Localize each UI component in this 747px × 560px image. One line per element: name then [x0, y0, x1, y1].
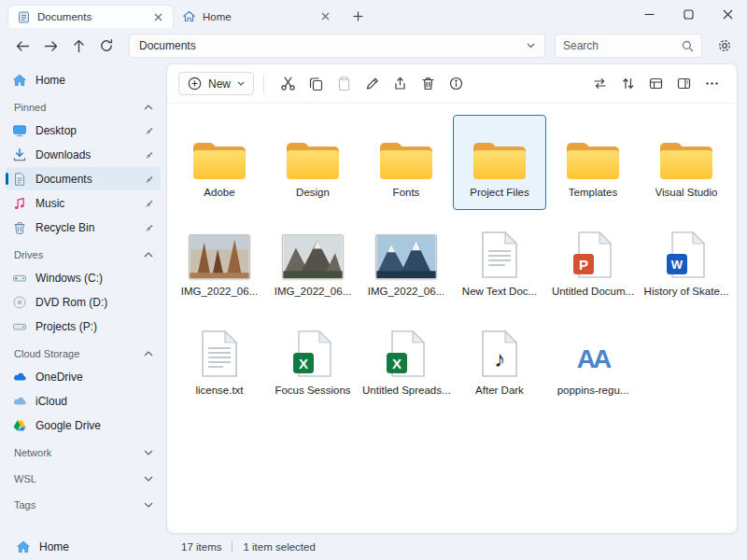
chevron-down-icon[interactable] [144, 502, 153, 508]
copy-icon[interactable] [302, 70, 330, 98]
sidebar-item-home-bottom[interactable]: Home [9, 536, 157, 558]
chevron-down-icon[interactable] [144, 476, 153, 482]
minimize-button[interactable] [629, 0, 669, 28]
file-name: Design [296, 187, 330, 198]
pin-icon [144, 125, 154, 135]
file-name: Visual Studio [655, 187, 718, 198]
file-item[interactable]: Design [266, 115, 359, 210]
close-button[interactable] [708, 0, 747, 28]
file-item[interactable]: IMG_2022_06... [266, 214, 359, 309]
close-tab-icon[interactable] [150, 9, 165, 24]
file-item-selected[interactable]: Project Files [453, 115, 546, 210]
file-name: Project Files [470, 187, 529, 198]
sort-icon[interactable] [613, 70, 641, 98]
documents-icon [12, 172, 27, 187]
maximize-button[interactable] [669, 0, 708, 28]
sidebar-item-dvd-d[interactable]: DVD Rom (D:) [6, 290, 161, 314]
image-thumbnail-icon [189, 221, 250, 279]
file-item[interactable]: AA poppins-regu... [546, 313, 640, 408]
sync-icon[interactable] [585, 70, 613, 98]
file-name: IMG_2022_06... [275, 286, 351, 297]
paste-icon[interactable] [330, 70, 358, 98]
cut-icon[interactable] [274, 70, 302, 98]
file-item[interactable]: Visual Studio [640, 115, 733, 210]
file-item[interactable]: ♪ After Dark [453, 313, 546, 408]
search-input[interactable] [563, 39, 682, 52]
file-item[interactable]: Templates [546, 115, 640, 210]
tab-documents[interactable]: Documents [7, 5, 174, 28]
chevron-up-icon[interactable] [144, 252, 153, 258]
file-item[interactable]: Adobe [173, 115, 266, 210]
file-item[interactable]: W History of Skate... [640, 214, 733, 309]
share-icon[interactable] [386, 70, 414, 98]
navigation-bar: Documents [0, 28, 747, 63]
new-tab-button[interactable] [345, 5, 370, 28]
sidebar-section-wsl[interactable]: WSL [6, 468, 161, 489]
file-item[interactable]: Fonts [359, 115, 453, 210]
delete-icon[interactable] [414, 70, 442, 98]
rename-icon[interactable] [358, 70, 386, 98]
sidebar: Home Pinned Desktop Downloads [0, 63, 166, 534]
chevron-down-icon[interactable] [527, 43, 535, 49]
sidebar-item-windows-c[interactable]: Windows (C:) [6, 266, 161, 289]
excel-badge-letter: X [392, 356, 402, 371]
preview-pane-icon[interactable] [669, 70, 698, 98]
chevron-down-icon[interactable] [144, 450, 153, 455]
refresh-button[interactable] [93, 33, 120, 59]
file-item[interactable]: IMG_2022_06... [359, 214, 453, 309]
sidebar-section-drives[interactable]: Drives [6, 244, 161, 265]
dvd-disc-icon [12, 295, 27, 310]
file-item[interactable]: P Untitled Docum... [546, 214, 640, 309]
chevron-up-icon[interactable] [144, 105, 153, 110]
file-name: license.txt [195, 385, 243, 396]
forward-button[interactable] [37, 33, 63, 59]
sidebar-item-label: Home [35, 74, 154, 87]
close-tab-icon[interactable] [317, 9, 332, 24]
home-tab-icon [181, 9, 196, 24]
settings-gear-icon[interactable] [712, 33, 738, 59]
sidebar-item-label: Desktop [35, 124, 135, 137]
info-icon[interactable] [442, 70, 470, 98]
search-icon [682, 40, 694, 52]
home-icon [12, 73, 27, 88]
sidebar-item-projects-p[interactable]: Projects (P:) [6, 315, 161, 338]
word-file-icon: W [665, 221, 708, 279]
new-button[interactable]: New [178, 72, 254, 95]
sidebar-item-documents[interactable]: Documents [6, 167, 161, 190]
sidebar-item-label: iCloud [35, 395, 154, 408]
file-explorer-window: Documents Home [0, 0, 747, 560]
sidebar-item-label: Documents [35, 173, 135, 186]
excel-file-icon: X [291, 320, 334, 378]
sidebar-section-cloud-storage[interactable]: Cloud Storage [6, 343, 161, 364]
chevron-up-icon[interactable] [144, 351, 153, 357]
sidebar-item-desktop[interactable]: Desktop [6, 119, 161, 142]
new-button-label: New [208, 77, 231, 91]
up-button[interactable] [65, 33, 92, 59]
sidebar-item-recycle-bin[interactable]: Recycle Bin [6, 216, 161, 239]
sidebar-section-tags[interactable]: Tags [6, 494, 161, 515]
address-bar[interactable]: Documents [129, 34, 545, 58]
downloads-icon [12, 147, 27, 162]
section-label: WSL [14, 473, 36, 484]
file-item[interactable]: license.txt [173, 313, 266, 408]
sidebar-item-google-drive[interactable]: Google Drive [6, 413, 161, 437]
tab-home[interactable]: Home [174, 5, 340, 28]
view-options-icon[interactable] [641, 70, 669, 98]
status-divider [232, 541, 233, 553]
sidebar-item-home[interactable]: Home [6, 68, 161, 91]
back-button[interactable] [9, 33, 35, 59]
file-item[interactable]: IMG_2022_06... [173, 214, 266, 309]
search-box[interactable] [555, 34, 702, 58]
file-item[interactable]: X Untitled Spreads... [359, 313, 453, 408]
file-item[interactable]: New Text Doc... [453, 214, 546, 309]
section-label: Cloud Storage [14, 348, 79, 359]
file-item[interactable]: X Focus Sessions [266, 313, 359, 408]
sidebar-item-downloads[interactable]: Downloads [6, 143, 161, 166]
tab-label: Documents [37, 11, 144, 22]
sidebar-section-network[interactable]: Network [6, 441, 161, 463]
sidebar-section-pinned[interactable]: Pinned [6, 96, 161, 118]
sidebar-item-onedrive[interactable]: OneDrive [6, 365, 161, 388]
sidebar-item-music[interactable]: Music [6, 191, 161, 215]
more-icon[interactable] [698, 70, 726, 98]
sidebar-item-icloud[interactable]: iCloud [6, 389, 161, 413]
